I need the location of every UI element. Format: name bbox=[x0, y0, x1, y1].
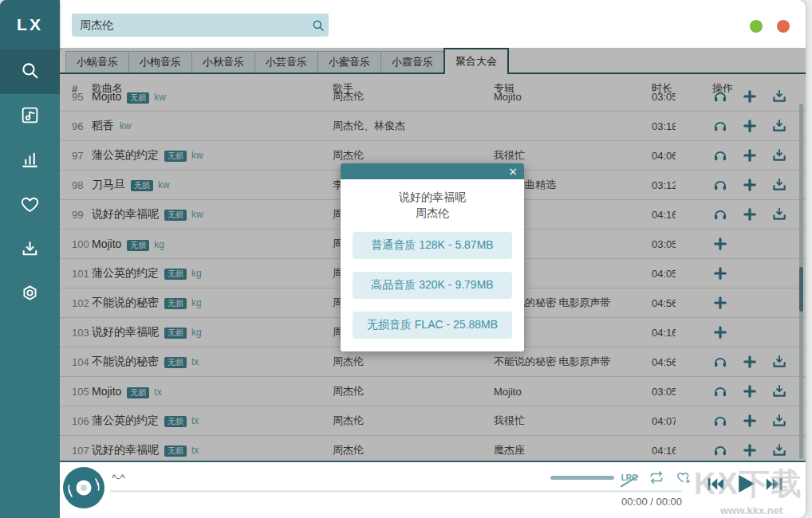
minimize-window-button[interactable] bbox=[750, 20, 763, 33]
play-button[interactable] bbox=[731, 470, 759, 497]
search-submit-icon[interactable] bbox=[308, 15, 329, 36]
heart-icon bbox=[20, 194, 40, 218]
sidebar-item-search[interactable] bbox=[0, 49, 60, 94]
playback-time: 00:00 / 00:00 bbox=[557, 496, 682, 508]
modal-song-artist: 周杰伦 bbox=[341, 205, 524, 221]
close-window-button[interactable] bbox=[777, 20, 790, 33]
watermark-site-text: www.kkx.net bbox=[720, 504, 782, 516]
next-track-button[interactable] bbox=[764, 473, 786, 495]
sidebar-item-favorites[interactable] bbox=[0, 183, 60, 228]
play-mode-loop-icon[interactable] bbox=[648, 469, 665, 486]
sidebar: LX bbox=[0, 0, 60, 518]
playback-progress-bar[interactable] bbox=[110, 490, 682, 492]
player-bar: ^-^ LRC 00:00 / 00:00 bbox=[60, 461, 806, 518]
sidebar-nav bbox=[0, 49, 60, 317]
bar-chart-icon bbox=[20, 150, 40, 173]
search-box bbox=[72, 14, 329, 37]
add-to-favorites-heart-icon[interactable] bbox=[675, 469, 692, 486]
album-art-disc[interactable] bbox=[62, 466, 105, 509]
search-icon bbox=[20, 61, 40, 84]
download-quality-modal: × 说好的幸福呢 周杰伦 普通音质 128K - 5.87MB 高品音质 320… bbox=[341, 163, 524, 351]
modal-header: × bbox=[341, 163, 524, 179]
content-area: 小蜗音乐小枸音乐小秋音乐小芸音乐小蜜音乐小霞音乐聚合大会 # 歌曲名 歌手 专辑… bbox=[60, 48, 806, 461]
quality-option-flac[interactable]: 无损音质 FLAC - 25.88MB bbox=[353, 312, 512, 339]
download-icon bbox=[20, 239, 40, 262]
app-logo: LX bbox=[0, 0, 60, 49]
quality-option-128k[interactable]: 普通音质 128K - 5.87MB bbox=[353, 232, 512, 259]
modal-song-title: 说好的幸福呢 bbox=[341, 189, 524, 205]
sidebar-item-settings[interactable] bbox=[0, 273, 60, 317]
volume-slider[interactable] bbox=[550, 476, 614, 480]
search-input[interactable] bbox=[72, 19, 308, 32]
music-list-icon bbox=[20, 105, 40, 128]
sidebar-item-download[interactable] bbox=[0, 228, 60, 273]
top-bar bbox=[60, 0, 806, 48]
app-window: LX bbox=[0, 0, 806, 518]
gear-icon bbox=[20, 284, 40, 307]
sidebar-item-songlist[interactable] bbox=[0, 94, 60, 139]
close-icon[interactable]: × bbox=[502, 166, 524, 177]
lyrics-toggle-icon[interactable]: LRC bbox=[621, 469, 638, 486]
previous-track-button[interactable] bbox=[704, 473, 726, 495]
now-playing-title: ^-^ bbox=[112, 472, 125, 484]
quality-option-320k[interactable]: 高品音质 320K - 9.79MB bbox=[353, 272, 512, 299]
sidebar-item-ranking[interactable] bbox=[0, 139, 60, 183]
